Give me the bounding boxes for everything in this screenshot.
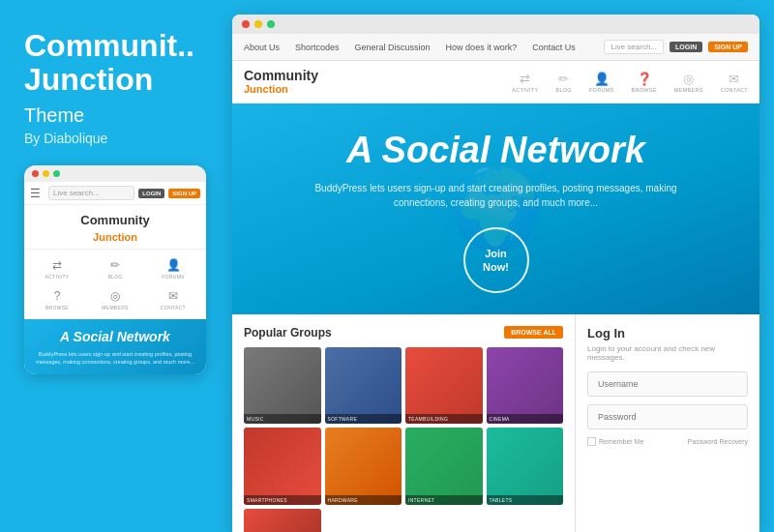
logo-icon-members[interactable]: ◎ MEMBERS (674, 72, 703, 93)
nav-shortcodes[interactable]: Shortcodes (295, 43, 340, 52)
browser-mockup: About Us Shortcodes General Discussion H… (232, 15, 759, 532)
login-panel: Log In Login to your account and check n… (576, 314, 759, 532)
site-login-btn[interactable]: LOGIN (670, 42, 702, 52)
mobile-nav-bar: ☰ Live search... LOGIN SIGN UP (24, 182, 206, 205)
username-input[interactable] (587, 371, 748, 397)
mobile-logo-junction: Junction (93, 231, 137, 243)
group-thumb-smartphones[interactable]: SMARTPHONES (244, 428, 321, 505)
browser-content: About Us Shortcodes General Discussion H… (232, 34, 759, 532)
activity-icon: ⇄ (52, 258, 62, 272)
mobile-logo-area: Community Junction (24, 205, 206, 250)
browse-icon: ? (54, 289, 61, 303)
mobile-hero-title: A Social Network (32, 329, 198, 345)
browser-dot-green (267, 20, 275, 28)
logo-icon-label-activity: ACTIVITY (512, 87, 538, 93)
group-thumb-software[interactable]: SOFTWARE (325, 347, 402, 425)
group-label-smartphones: SMARTPHONES (244, 495, 321, 505)
blog-icon: ✏ (558, 72, 569, 86)
logo-icons: ⇄ ACTIVITY ✏ BLOG 👤 FORUMS ❓ BROWSE ◎ (512, 72, 748, 93)
mobile-dot-red (32, 170, 39, 177)
mobile-login-btn[interactable]: LOGIN (138, 189, 164, 198)
theme-subtitle: Theme (24, 104, 84, 127)
nav-contact[interactable]: Contact Us (532, 43, 576, 52)
login-subtitle: Login to your account and check new mess… (587, 344, 748, 362)
site-nav-right: Live search... LOGIN SIGN UP (604, 40, 748, 54)
group-thumb-cinema[interactable]: CINEMA (487, 347, 564, 425)
left-panel: Communit.. Junction Theme By Diabolique … (0, 0, 232, 532)
logo-icon-label-browse: BROWSE (632, 87, 657, 93)
logo-icon-blog[interactable]: ✏ BLOG (555, 72, 571, 93)
group-thumb-teambuilding[interactable]: TEAMBUILDING (405, 347, 483, 425)
logo-icon-label-contact: CONTACT (721, 87, 748, 93)
logo-icon-contact[interactable]: ✉ CONTACT (721, 72, 748, 93)
mobile-dot-green (53, 170, 60, 177)
logo-junction: Junction (244, 83, 318, 95)
group-thumb-internet[interactable]: INTERNET (405, 428, 483, 505)
mobile-dot-yellow (43, 170, 49, 177)
mobile-icon-forums[interactable]: 👤 FORUMS (144, 253, 202, 284)
mobile-icon-browse[interactable]: ? BROWSE (28, 284, 86, 315)
group-label-music: MUSIC (244, 414, 321, 424)
mobile-icon-label-members: MEMBERS (102, 305, 128, 310)
mobile-logo-community: Community (24, 213, 206, 227)
popular-groups: Popular Groups BROWSE ALL MUSIC SOFTWARE… (232, 314, 576, 532)
logo-icon-activity[interactable]: ⇄ ACTIVITY (512, 72, 538, 93)
browser-dot-yellow (254, 20, 262, 28)
mobile-icon-members[interactable]: ◎ MEMBERS (86, 284, 144, 315)
group-label-internet: INTERNET (405, 495, 483, 505)
forums-icon: 👤 (166, 258, 181, 272)
forums-icon: 👤 (594, 72, 610, 86)
groups-header: Popular Groups BROWSE ALL (244, 326, 563, 340)
group-label-teambuilding: TEAMBUILDING (405, 414, 483, 424)
contact-icon: ✉ (168, 289, 178, 303)
mobile-icon-contact[interactable]: ✉ CONTACT (144, 284, 202, 315)
nav-general[interactable]: General Discussion (355, 43, 431, 52)
join-now-button[interactable]: JoinNow! (463, 227, 529, 293)
mobile-icon-label-contact: CONTACT (161, 305, 186, 310)
browse-icon: ❓ (637, 72, 652, 86)
logo-icon-browse[interactable]: ❓ BROWSE (632, 72, 657, 93)
group-thumb-grills[interactable]: GRILLS (244, 509, 321, 532)
group-label-cinema: CINEMA (487, 414, 564, 424)
groups-grid: MUSIC SOFTWARE TEAMBUILDING CINEMA SMART… (244, 347, 563, 532)
group-thumb-tablets[interactable]: TABLETS (487, 428, 564, 505)
mobile-icon-label-blog: BLOG (107, 274, 122, 280)
mobile-hero-text: BuddyPress lets users sign-up and start … (32, 351, 198, 366)
remember-me-container: Remember Me (587, 437, 643, 446)
nav-how[interactable]: How does it work? (446, 43, 518, 52)
nav-about[interactable]: About Us (244, 43, 280, 52)
login-footer: Remember Me Password Recovery (587, 437, 748, 446)
logo-icon-label-forums: FORUMS (589, 87, 614, 93)
group-thumb-music[interactable]: MUSIC (244, 347, 321, 425)
bottom-section: Popular Groups BROWSE ALL MUSIC SOFTWARE… (232, 314, 759, 532)
hero-section: 🌍 A Social Network BuddyPress lets users… (232, 103, 759, 314)
browse-all-button[interactable]: BROWSE ALL (504, 326, 563, 339)
site-search-input[interactable]: Live search... (604, 40, 664, 54)
mobile-icon-activity[interactable]: ⇄ ACTIVITY (28, 253, 86, 284)
remember-me-label: Remember Me (599, 438, 643, 445)
remember-me-checkbox[interactable] (587, 437, 596, 446)
password-input[interactable] (587, 404, 748, 429)
mobile-top-bar (24, 165, 206, 182)
password-recovery-link[interactable]: Password Recovery (688, 438, 748, 445)
mobile-hamburger-icon: ☰ (30, 187, 41, 200)
mobile-signup-btn[interactable]: SIGN UP (168, 189, 200, 198)
mobile-hero: A Social Network BuddyPress lets users s… (24, 319, 206, 373)
site-signup-btn[interactable]: SIGN UP (708, 42, 748, 52)
logo-icon-label-members: MEMBERS (674, 87, 703, 93)
mobile-search: Live search... (48, 186, 134, 200)
login-title: Log In (587, 326, 748, 340)
group-label-hardware: HARDWARE (325, 495, 402, 505)
mobile-icon-label-forums: FORUMS (162, 274, 184, 280)
mobile-icons-grid: ⇄ ACTIVITY ✏ BLOG 👤 FORUMS ? BROWSE ◎ ME… (24, 250, 206, 319)
mobile-icon-label-browse: BROWSE (45, 305, 69, 310)
members-icon: ◎ (110, 289, 120, 303)
logo-icon-forums[interactable]: 👤 FORUMS (589, 72, 614, 93)
group-thumb-hardware[interactable]: HARDWARE (325, 428, 402, 505)
mobile-icon-blog[interactable]: ✏ BLOG (86, 253, 144, 284)
theme-title: Communit.. Junction (24, 29, 194, 97)
mobile-icon-label-activity: ACTIVITY (45, 274, 70, 280)
activity-icon: ⇄ (520, 72, 530, 86)
hero-title: A Social Network (252, 131, 740, 171)
browser-top-bar (232, 15, 759, 34)
